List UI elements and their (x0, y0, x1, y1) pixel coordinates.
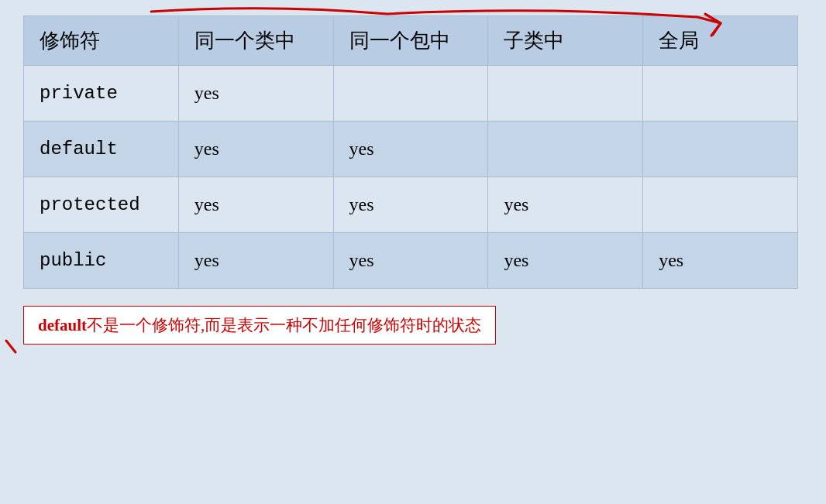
modifier-public: public (24, 233, 179, 289)
default-same-class: yes (178, 122, 333, 177)
modifier-protected: protected (24, 177, 179, 233)
header-same-package: 同一个包中 (333, 16, 488, 66)
default-global (643, 122, 798, 177)
public-same-package: yes (333, 233, 488, 289)
private-subclass (488, 66, 643, 122)
table-row: default yes yes (24, 122, 798, 177)
protected-same-class: yes (178, 177, 333, 233)
table-row: public yes yes yes yes (24, 233, 798, 289)
default-subclass (488, 122, 643, 177)
public-same-class: yes (178, 233, 333, 289)
protected-global (643, 177, 798, 233)
private-same-package (333, 66, 488, 122)
protected-same-package: yes (333, 177, 488, 233)
protected-subclass: yes (488, 177, 643, 233)
modifier-private: private (24, 66, 179, 122)
public-global: yes (643, 233, 798, 289)
private-same-class: yes (178, 66, 333, 122)
note-text: 不是一个修饰符,而是表示一种不加任何修饰符时的状态 (87, 316, 481, 334)
note-bold: default (38, 316, 87, 334)
note-box: default不是一个修饰符,而是表示一种不加任何修饰符时的状态 (23, 306, 496, 345)
table-container: 修饰符 同一个类中 同一个包中 子类中 全局 private yes defau… (0, 0, 826, 297)
header-same-class: 同一个类中 (178, 16, 333, 66)
table-row: protected yes yes yes (24, 177, 798, 233)
access-modifier-table: 修饰符 同一个类中 同一个包中 子类中 全局 private yes defau… (23, 15, 798, 289)
private-global (643, 66, 798, 122)
page-wrapper: 修饰符 同一个类中 同一个包中 子类中 全局 private yes defau… (0, 0, 826, 504)
header-subclass: 子类中 (488, 16, 643, 66)
header-global: 全局 (643, 16, 798, 66)
table-header-row: 修饰符 同一个类中 同一个包中 子类中 全局 (24, 16, 798, 66)
public-subclass: yes (488, 233, 643, 289)
modifier-default: default (24, 122, 179, 177)
table-row: private yes (24, 66, 798, 122)
default-same-package: yes (333, 122, 488, 177)
header-modifier: 修饰符 (24, 16, 179, 66)
